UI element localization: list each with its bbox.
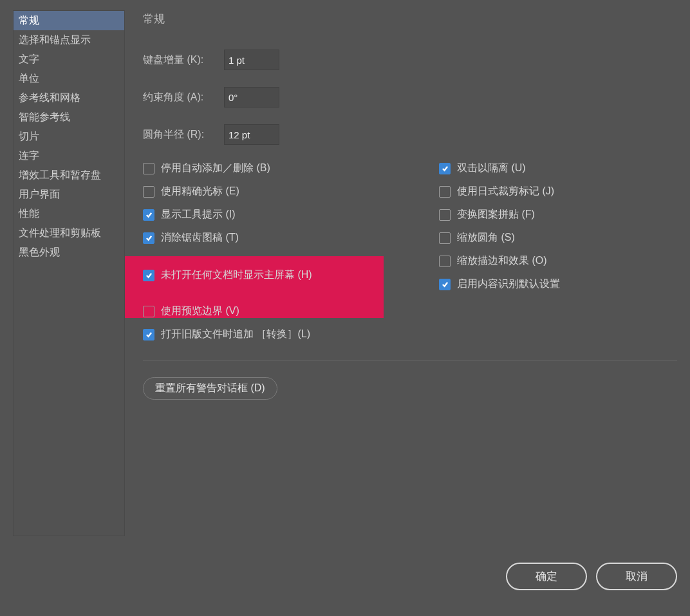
checkbox-row-right-2[interactable]: 变换图案拼贴 (F)	[439, 208, 677, 221]
checkbox-row-right-0[interactable]: 双击以隔离 (U)	[439, 162, 677, 175]
checkbox-icon[interactable]	[143, 329, 154, 341]
divider	[143, 360, 677, 360]
sidebar-item-6[interactable]: 切片	[14, 127, 124, 146]
checkbox-label: 消除锯齿图稿 (T)	[161, 231, 239, 245]
checkbox-label: 使用日式裁剪标记 (J)	[457, 185, 554, 198]
sidebar-item-7[interactable]: 连字	[14, 146, 124, 165]
sidebar-item-5[interactable]: 智能参考线	[14, 107, 124, 127]
checkbox-label: 使用预览边界 (V)	[161, 304, 239, 318]
checkbox-label: 停用自动添加／删除 (B)	[161, 162, 270, 175]
checkbox-row-right-4[interactable]: 缩放描边和效果 (O)	[439, 254, 677, 268]
checkbox-icon[interactable]	[143, 209, 154, 221]
corner-radius-label: 圆角半径 (R):	[143, 128, 220, 142]
checkbox-row-right-5[interactable]: 启用内容识别默认设置	[439, 277, 677, 291]
sidebar-item-1[interactable]: 选择和锚点显示	[14, 30, 124, 50]
checkbox-icon[interactable]	[439, 256, 451, 267]
sidebar-item-3[interactable]: 单位	[14, 69, 124, 88]
checkbox-label: 缩放描边和效果 (O)	[457, 254, 547, 268]
partially-obscured-row	[143, 292, 439, 295]
checkbox-icon[interactable]	[439, 209, 451, 221]
checkbox-icon[interactable]	[143, 186, 154, 198]
checkbox-icon[interactable]	[439, 232, 451, 244]
checkbox-label: 变换图案拼贴 (F)	[457, 208, 535, 221]
checkbox-icon[interactable]	[143, 163, 154, 174]
preferences-sidebar: 常规选择和锚点显示文字单位参考线和网格智能参考线切片连字增效工具和暂存盘用户界面…	[13, 10, 125, 536]
checkbox-label: 缩放圆角 (S)	[457, 231, 515, 245]
checkbox-label: 未打开任何文档时显示主屏幕 (H)	[161, 268, 312, 282]
checkbox-row-left-6[interactable]: 打开旧版文件时追加 ［转换］(L)	[143, 328, 439, 341]
checkbox-row-left-1[interactable]: 使用精确光标 (E)	[143, 185, 439, 198]
sidebar-item-0[interactable]: 常规	[14, 11, 124, 30]
constrain-angle-label: 约束角度 (A):	[143, 91, 220, 104]
checkbox-icon[interactable]	[439, 163, 451, 174]
checkbox-row-left-5[interactable]: 使用预览边界 (V)	[143, 304, 439, 318]
checkbox-icon[interactable]	[143, 270, 154, 281]
constrain-angle-input[interactable]	[224, 87, 279, 107]
checkbox-label: 显示工具提示 (I)	[161, 208, 236, 221]
checkbox-row-left-2[interactable]: 显示工具提示 (I)	[143, 208, 439, 221]
checkbox-row-left-4[interactable]: 未打开任何文档时显示主屏幕 (H)	[143, 268, 439, 282]
checkbox-row-left-3[interactable]: 消除锯齿图稿 (T)	[143, 231, 439, 245]
sidebar-item-2[interactable]: 文字	[14, 50, 124, 69]
checkbox-icon[interactable]	[143, 232, 154, 244]
checkbox-label: 打开旧版文件时追加 ［转换］(L)	[161, 328, 310, 341]
checkbox-row-right-1[interactable]: 使用日式裁剪标记 (J)	[439, 185, 677, 198]
sidebar-item-10[interactable]: 性能	[14, 204, 124, 223]
sidebar-item-4[interactable]: 参考线和网格	[14, 88, 124, 107]
reset-warnings-button[interactable]: 重置所有警告对话框 (D)	[143, 377, 277, 400]
checkbox-icon[interactable]	[143, 306, 154, 317]
sidebar-item-12[interactable]: 黑色外观	[14, 243, 124, 262]
checkbox-label: 双击以隔离 (U)	[457, 162, 526, 175]
checkbox-icon[interactable]	[439, 186, 451, 198]
sidebar-item-11[interactable]: 文件处理和剪贴板	[14, 223, 124, 243]
checkbox-label: 启用内容识别默认设置	[457, 277, 560, 291]
sidebar-item-9[interactable]: 用户界面	[14, 185, 124, 204]
checkbox-row-left-0[interactable]: 停用自动添加／删除 (B)	[143, 162, 439, 175]
section-title: 常规	[143, 12, 677, 26]
checkbox-row-right-3[interactable]: 缩放圆角 (S)	[439, 231, 677, 245]
checkbox-label: 使用精确光标 (E)	[161, 185, 239, 198]
sidebar-item-8[interactable]: 增效工具和暂存盘	[14, 165, 124, 185]
keyboard-increment-input[interactable]	[224, 50, 279, 70]
keyboard-increment-label: 键盘增量 (K):	[143, 53, 220, 67]
checkbox-icon[interactable]	[439, 279, 451, 290]
corner-radius-input[interactable]	[224, 124, 279, 145]
